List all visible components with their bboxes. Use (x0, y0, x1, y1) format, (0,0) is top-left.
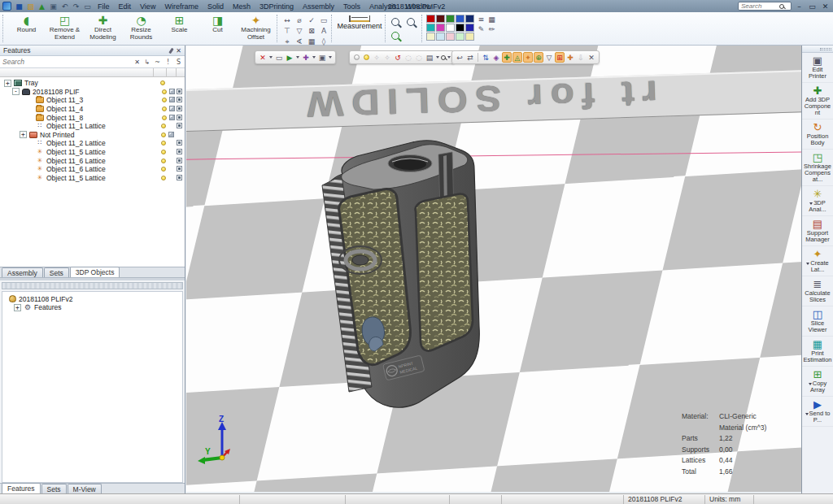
slice-viewer-button[interactable]: ◫ Slice Viewer (802, 306, 833, 337)
search-input[interactable] (741, 2, 777, 10)
lattice-down-icon[interactable]: ▽ (544, 52, 554, 63)
expand-toggle[interactable]: + (4, 80, 11, 87)
sort-icon[interactable]: ⇅ (481, 52, 491, 63)
expand-toggle[interactable] (26, 149, 33, 156)
lattice-plus-icon[interactable]: ✚ (565, 52, 575, 63)
view-box-icon[interactable] (177, 123, 182, 128)
solid-body-icon[interactable] (169, 89, 175, 94)
color-swatch[interactable] (436, 33, 445, 41)
swap-icon[interactable]: ⇄ (465, 52, 475, 63)
color-swatch[interactable] (426, 15, 435, 23)
diameter-icon[interactable]: ⌀ (294, 15, 305, 25)
tree-item-lattice[interactable]: ✳ Object 11_5 Lattice (0, 148, 185, 157)
view-box-icon[interactable] (177, 115, 182, 120)
component-icon[interactable]: ▲ (37, 2, 47, 11)
dropdown-arrow-icon[interactable] (447, 56, 451, 59)
color-swatch[interactable] (436, 24, 445, 32)
zoom-selected-icon[interactable] (391, 32, 399, 40)
tree-item-root-document[interactable]: 20181108 PLIFv2 (2, 295, 182, 304)
visibility-bulb-icon[interactable] (161, 150, 166, 154)
visibility-bulb-icon[interactable] (160, 80, 165, 85)
machining-offset-button[interactable]: ✦ Machining Offset (237, 14, 275, 41)
pin-icon[interactable] (169, 47, 174, 53)
edit-printer-button[interactable]: ▣ Edit Printer (802, 53, 833, 83)
glow-icon[interactable]: ✧ (372, 52, 382, 63)
expand-toggle[interactable] (26, 97, 33, 104)
tree-item-lattice[interactable]: ✳ Object 11_5 Lattice (0, 174, 185, 183)
color-swatch[interactable] (426, 24, 435, 32)
dimension-icon[interactable]: ↔ (281, 15, 293, 25)
tolerance-icon[interactable]: ▽ (294, 26, 305, 36)
expand-toggle[interactable] (26, 174, 33, 181)
surface-finish-icon[interactable]: ⊠ (306, 26, 317, 36)
expand-toggle[interactable] (26, 140, 33, 147)
select-region-icon[interactable]: ▣ (317, 52, 327, 63)
text-tool-icon[interactable]: A (318, 26, 329, 36)
dropdown-arrow-icon[interactable] (296, 56, 299, 59)
visibility-bulb-icon[interactable] (161, 167, 166, 172)
view-box-icon[interactable] (177, 158, 182, 163)
lattice-add-icon[interactable]: ✚ (502, 52, 512, 63)
shrinkage-compensation-button[interactable]: ◳ Shrinkage Compensat... (802, 150, 833, 186)
color-swatch[interactable] (456, 15, 464, 23)
scale-button[interactable]: ⊞ Scale (160, 14, 198, 34)
glow2-icon[interactable]: ✧ (382, 52, 392, 63)
color-swatch[interactable] (465, 33, 474, 41)
shading-mode-icon[interactable]: ▤ (425, 52, 434, 63)
color-swatch[interactable] (465, 24, 474, 32)
select-box-icon[interactable]: ▭ (274, 52, 284, 63)
line-style-icon[interactable]: ≡ (476, 15, 486, 24)
filter-wave-icon[interactable]: ~ (154, 59, 161, 66)
remove-extend-button[interactable]: ◰ Remove & Extend (46, 14, 84, 41)
undo-view-icon[interactable]: ↩ (455, 52, 464, 63)
visibility-bulb-icon[interactable] (162, 115, 167, 120)
search-icon[interactable] (779, 4, 784, 9)
visibility-bulb-icon[interactable] (161, 133, 166, 137)
expand-toggle[interactable] (26, 106, 33, 113)
dropdown-arrow-icon[interactable] (436, 56, 439, 59)
panel-close-icon[interactable]: ✕ (176, 47, 181, 54)
tab-sets[interactable]: Sets (44, 267, 69, 277)
circle-view-icon[interactable]: ◌ (403, 52, 413, 63)
menu-solid[interactable]: Solid (203, 2, 228, 11)
visibility-bulb-icon[interactable] (162, 89, 167, 94)
visibility-bulb-icon[interactable] (161, 176, 166, 180)
filter-alert-icon[interactable]: ! (164, 59, 172, 66)
menu-tools[interactable]: Tools (339, 2, 364, 11)
view-box-icon[interactable] (177, 97, 182, 102)
expand-toggle[interactable] (26, 123, 33, 130)
view-box-icon[interactable] (177, 149, 182, 154)
dropdown-arrow-icon[interactable] (269, 56, 273, 59)
paste-icon[interactable]: ▣ (48, 2, 59, 11)
print-estimation-button[interactable]: ▦ Print Estimation (802, 337, 833, 367)
view-mode-icon[interactable]: ▭ (82, 2, 93, 11)
select-arrow-icon[interactable]: ▶ (285, 52, 294, 63)
visibility-bulb-icon[interactable] (162, 106, 167, 111)
filter-s-icon[interactable]: S (175, 59, 182, 66)
lattice-export-icon[interactable]: ⇩ (576, 52, 586, 63)
light-on-icon[interactable] (364, 54, 369, 60)
panel-divider[interactable] (0, 277, 185, 280)
color-swatch[interactable] (456, 24, 464, 32)
tree-item-lattice[interactable]: ✳ Object 11_6 Lattice (0, 165, 185, 174)
toolbar-grip[interactable] (331, 15, 334, 42)
tab-assembly[interactable]: Assembly (2, 267, 43, 277)
zoom-tool-icon[interactable] (441, 55, 446, 60)
status-units[interactable]: Units: mm (704, 495, 753, 504)
app-logo-icon[interactable] (2, 2, 11, 11)
tab-features[interactable]: Features (2, 483, 41, 493)
expand-toggle[interactable] (26, 166, 33, 173)
filter-branch-icon[interactable]: ↳ (143, 59, 150, 66)
undo-icon[interactable]: ↶ (59, 2, 70, 11)
zoom-window-icon[interactable] (391, 18, 399, 26)
circle-view2-icon[interactable]: ◌ (414, 52, 424, 63)
lattice-grid-icon[interactable]: ⊞ (555, 52, 565, 63)
box-annotation-icon[interactable]: ▭ (318, 15, 329, 25)
solid-body-icon[interactable] (169, 115, 175, 120)
solid-body-icon[interactable] (168, 132, 174, 137)
view-box-icon[interactable] (177, 166, 182, 172)
add-3dp-component-button[interactable]: ✚ Add 3DP Component (802, 83, 833, 119)
visibility-bulb-icon[interactable] (162, 98, 167, 102)
tree-item-plif[interactable]: - 20181108 PLIF (0, 88, 185, 97)
check-icon[interactable]: ✓ (306, 15, 317, 25)
